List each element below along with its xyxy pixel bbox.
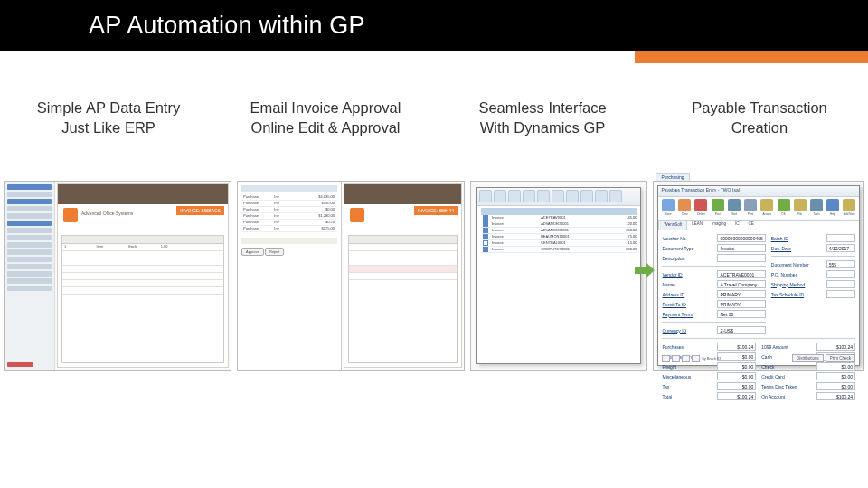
field-value[interactable]: Net 30 (717, 310, 765, 318)
field-value[interactable]: 555 (826, 260, 855, 268)
field-value[interactable]: ACETRAVE0001 (717, 270, 765, 278)
ribbon-help[interactable]: Help (826, 199, 840, 218)
row-checkbox[interactable] (483, 240, 488, 246)
approval-row[interactable]: PurchaseInv$4,035.00 (241, 194, 337, 201)
approval-preview: INVOICE: 888444 (342, 182, 464, 370)
col-4-line2: Creation (656, 117, 863, 137)
row-checkbox[interactable] (483, 228, 488, 233)
amount-value[interactable]: $0.00 (717, 382, 756, 390)
shot-gp-interface: InvoiceACETRAV000145.00InvoiceADVANCED00… (470, 181, 647, 371)
row-checkbox[interactable] (483, 234, 488, 239)
field-value[interactable]: PRIMARY (717, 300, 765, 308)
ribbon-post[interactable]: Post (711, 199, 724, 218)
distributions-button[interactable]: Distributions (792, 354, 824, 362)
amount-value[interactable]: $0.00 (717, 362, 756, 371)
vendor-name: Advanced Office Systems (81, 211, 133, 216)
ribbon-delete[interactable]: Delete (694, 199, 708, 218)
ribbon-clear[interactable]: Clear (678, 199, 692, 218)
field-label: Payment Terms (662, 312, 714, 317)
ribbon-add-note[interactable]: Add Note (843, 199, 856, 218)
field-label: Document Type (662, 246, 714, 251)
col-3-line1: Seamless Interface (439, 98, 646, 117)
field-value[interactable] (826, 290, 855, 298)
approval-row[interactable]: PurchaseInv$0.20 (241, 220, 337, 226)
row-checkbox[interactable] (483, 215, 488, 221)
field-label: Vendor ID (662, 272, 714, 277)
erp-sidebar (5, 182, 55, 370)
payable-ribbon: SaveClearDeletePostVoidPrintActionsOKFil… (658, 197, 859, 221)
nav-first-icon[interactable] (662, 355, 670, 362)
field-value[interactable]: 4/12/2017 (826, 244, 855, 252)
reject-button[interactable]: Reject (265, 248, 284, 256)
amount-label: 1099 Amount (761, 344, 814, 350)
row-checkbox[interactable] (483, 221, 488, 227)
approval-row[interactable]: PurchaseInv$175.00 (241, 226, 337, 232)
screenshot-row: INVOICE: 5555ACS Advanced Office Systems… (0, 181, 868, 371)
col-1: Simple AP Data Entry Just Like ERP (5, 98, 212, 138)
ribbon-save[interactable]: Save (661, 199, 675, 218)
gp-grid-row[interactable]: InvoiceACETRAV000145.00 (481, 215, 637, 221)
tab-ce[interactable]: CE (743, 221, 758, 230)
slide-title: AP Automation within GP (0, 12, 365, 40)
field-value[interactable] (826, 280, 855, 288)
field-value[interactable] (717, 254, 765, 262)
field-value[interactable]: A Travel Company (717, 280, 765, 288)
ribbon-print[interactable]: Print (744, 199, 758, 218)
tab-imaging[interactable]: Imaging (707, 221, 731, 230)
field-label: Shipping Method (771, 282, 824, 287)
row-checkbox[interactable] (483, 247, 488, 252)
col-1-line2: Just Like ERP (5, 117, 212, 137)
col-2-line1: Email Invoice Approval (222, 98, 429, 117)
col-4: Payable Transaction Creation (656, 98, 863, 138)
amount-label: Miscellaneous (662, 374, 714, 380)
amount-value[interactable]: $100.24 (717, 343, 756, 351)
gp-grid-row[interactable]: InvoiceCOMPUTEC0001880.00 (481, 247, 637, 253)
ribbon-void[interactable]: Void (727, 199, 741, 218)
approve-button[interactable]: Approve (241, 248, 264, 256)
amount-value[interactable]: $0.00 (717, 372, 756, 380)
approval-row[interactable]: PurchaseInv$0.00 (241, 207, 337, 213)
nav-next-icon[interactable] (682, 355, 690, 362)
amount-label: Terms Disc Taken (761, 384, 814, 389)
amount-value[interactable]: $100.24 (717, 392, 756, 400)
gp-window: InvoiceACETRAV000145.00InvoiceADVANCED00… (476, 187, 641, 364)
ribbon-file[interactable]: File (793, 199, 807, 218)
field-value[interactable]: Invoice (717, 244, 765, 252)
tab-ic[interactable]: IC (731, 221, 744, 230)
tab-lean[interactable]: LEAN (687, 221, 707, 230)
nav-prev-icon[interactable] (672, 355, 680, 362)
approval-row[interactable]: PurchaseInv$1,280.00 (241, 213, 337, 220)
gp-grid-row[interactable]: InvoiceADVANCED0001120.00 (481, 221, 637, 228)
field-value[interactable]: 00000000000000465 (717, 234, 765, 242)
col-2: Email Invoice Approval Online Edit & App… (222, 98, 429, 138)
amount-value[interactable]: $0.00 (816, 362, 855, 371)
flow-arrow-icon (635, 262, 655, 278)
gp-grid-row[interactable]: InvoiceCENTRAL000115.00 (481, 240, 637, 247)
field-label: Doc. Date (771, 246, 824, 251)
gp-grid-row[interactable]: InvoiceBEAUMONT000175.00 (481, 234, 637, 240)
print-check-button[interactable]: Print Check (826, 354, 855, 362)
col-3-line2: With Dynamics GP (439, 117, 646, 137)
amount-value[interactable]: $0.00 (816, 372, 855, 380)
amount-value[interactable]: $100.24 (816, 343, 855, 351)
tab-wennsoft[interactable]: WennSoft (658, 221, 687, 230)
gp-grid-row[interactable]: InvoiceADVANCED0001350.00 (481, 228, 637, 234)
field-value[interactable]: PRIMARY (717, 290, 765, 298)
field-value[interactable] (826, 234, 855, 242)
nav-last-icon[interactable] (692, 355, 700, 362)
ribbon-tools[interactable]: Tools (809, 199, 823, 218)
preview-invoice-badge: INVOICE: 888444 (414, 206, 458, 215)
approval-row[interactable]: PurchaseInv$350.00 (241, 201, 337, 207)
field-value[interactable] (826, 270, 855, 278)
ribbon-ok[interactable]: OK (777, 199, 790, 218)
ribbon-actions[interactable]: Actions (760, 199, 774, 218)
col-4-line1: Payable Transaction (656, 98, 863, 117)
amount-value[interactable]: $0.00 (816, 382, 855, 390)
field-value[interactable]: Z-US$ (717, 326, 765, 334)
amount-label: Tax (662, 384, 714, 389)
amount-value[interactable]: $100.24 (816, 392, 855, 400)
field-label: Batch ID (771, 236, 824, 241)
invoice-preview: INVOICE: 5555ACS Advanced Office Systems… (57, 183, 229, 368)
invoice-number-badge: INVOICE: 5555ACS (176, 206, 224, 215)
field-label: Currency ID (662, 328, 714, 333)
